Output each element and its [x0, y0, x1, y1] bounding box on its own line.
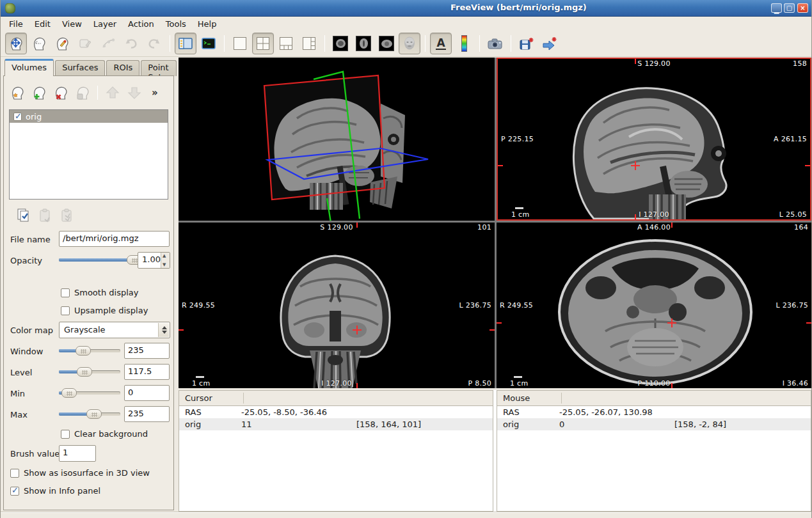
- show-annotation-button[interactable]: A: [430, 33, 452, 54]
- roi-edit-button[interactable]: [74, 33, 96, 54]
- table-row[interactable]: RAS -25.05, -8.50, -36.46: [179, 406, 493, 418]
- view-3d-button[interactable]: [399, 33, 420, 54]
- window-slider[interactable]: [59, 346, 120, 356]
- tab-volumes[interactable]: Volumes: [4, 59, 54, 76]
- opacity-slider[interactable]: [59, 255, 134, 265]
- menu-action[interactable]: Action: [122, 18, 160, 30]
- menu-tools[interactable]: Tools: [160, 18, 192, 30]
- volume-list-item-orig[interactable]: orig: [10, 110, 168, 123]
- cursor-tick: [805, 165, 810, 166]
- undo-button[interactable]: [120, 33, 142, 54]
- file-name-input[interactable]: /bert/mri/orig.mgz: [59, 231, 170, 247]
- table-row[interactable]: RAS -25.05, -26.07, 130.98: [497, 406, 811, 418]
- brush-value-input[interactable]: 1: [59, 445, 96, 462]
- table-row[interactable]: orig 11 [158, 164, 101]: [179, 418, 493, 430]
- layout-1x1-button[interactable]: [229, 33, 251, 54]
- spin-arrows[interactable]: ▲▼: [161, 253, 170, 268]
- slider-handle[interactable]: [61, 388, 77, 398]
- layout-1and3-horizontal-button[interactable]: [298, 33, 320, 54]
- header-divider[interactable]: [561, 393, 562, 404]
- cursor-crosshair[interactable]: [630, 161, 641, 171]
- view-coronal-panel[interactable]: S 129.00 101 R 249.55 L 236.75 1 cm I 12…: [179, 223, 495, 388]
- volume-list[interactable]: orig: [9, 109, 168, 200]
- spin-up-icon[interactable]: ▲: [163, 253, 166, 258]
- move-layer-up-button[interactable]: [102, 82, 123, 104]
- show-colorbar-button[interactable]: [453, 33, 475, 54]
- slider-handle[interactable]: [77, 367, 92, 377]
- spin-down-icon[interactable]: ▼: [163, 262, 166, 267]
- toolbar-overflow-button[interactable]: »: [152, 87, 158, 98]
- save-point-set-button[interactable]: [516, 33, 537, 54]
- redo-button[interactable]: [143, 33, 165, 54]
- new-volume-button[interactable]: [28, 82, 50, 104]
- move-layer-down-button[interactable]: [123, 82, 145, 104]
- view-sagittal-button[interactable]: [330, 33, 351, 54]
- roi-edit-icon: [77, 35, 93, 52]
- cursor-tick: [497, 322, 502, 324]
- menu-edit[interactable]: Edit: [29, 18, 56, 30]
- header-divider[interactable]: [243, 393, 244, 404]
- upsample-display-checkbox[interactable]: [61, 306, 70, 315]
- cursor-crosshair[interactable]: [667, 318, 677, 328]
- level-input[interactable]: 117.5: [124, 364, 170, 380]
- view-axial-panel[interactable]: A 146.00 164 R 249.55 L 236.75 1 cm P 11…: [497, 223, 811, 388]
- volume-visibility-checkbox[interactable]: [13, 113, 22, 121]
- recon-edit-button[interactable]: [51, 33, 73, 54]
- paste-settings-button[interactable]: [35, 206, 56, 225]
- paste-settings-icon: [37, 207, 54, 224]
- menu-view[interactable]: View: [56, 18, 88, 30]
- clear-background-checkbox[interactable]: [61, 430, 70, 439]
- command-console-button[interactable]: [198, 33, 219, 54]
- voxel-edit-button[interactable]: [28, 33, 50, 54]
- menu-help[interactable]: Help: [192, 18, 223, 30]
- layout-2x2-button[interactable]: [252, 33, 274, 54]
- show-isosurface-checkbox[interactable]: [10, 469, 19, 478]
- tab-point-sets[interactable]: Point Sets: [141, 60, 177, 76]
- slider-handle[interactable]: [76, 346, 91, 356]
- paste-settings-all-button[interactable]: [56, 206, 78, 225]
- menu-layer[interactable]: Layer: [88, 18, 122, 30]
- maximize-button[interactable]: ▢: [784, 3, 795, 13]
- cursor-info-table[interactable]: Cursor RAS -25.05, -8.50, -36.46 orig 11…: [179, 390, 493, 512]
- screenshot-button[interactable]: [484, 33, 506, 54]
- view-sagittal-panel[interactable]: S 129.00 158 P 225.15 A 261.15 1 cm I 12…: [497, 58, 811, 221]
- combo-arrows-icon[interactable]: [158, 323, 169, 337]
- save-volume-button[interactable]: [72, 82, 93, 104]
- smooth-display-checkbox[interactable]: [61, 288, 70, 297]
- opacity-spinbox[interactable]: 1.00 ▲▼: [138, 252, 170, 269]
- title-bar[interactable]: FreeView (bert/mri/orig.mgz) ▁ ▢ ×: [1, 0, 811, 17]
- point-set-edit-button[interactable]: [97, 33, 119, 54]
- menu-file[interactable]: File: [3, 18, 29, 30]
- color-map-combobox[interactable]: Grayscale: [59, 322, 170, 338]
- show-info-panel-label: Show in Info panel: [24, 486, 100, 496]
- minimize-button[interactable]: ▁: [771, 3, 782, 13]
- goto-point-button[interactable]: [539, 33, 561, 54]
- show-info-panel-checkbox[interactable]: [10, 487, 19, 496]
- table-row[interactable]: orig 0 [158, -2, 84]: [497, 418, 811, 430]
- terminal-icon: [200, 35, 217, 52]
- min-slider[interactable]: [59, 388, 120, 398]
- view-axial-button[interactable]: [376, 33, 397, 54]
- close-volume-button[interactable]: [50, 82, 72, 104]
- min-input[interactable]: 0: [124, 385, 170, 401]
- load-volume-button[interactable]: [6, 82, 28, 104]
- copy-settings-button[interactable]: [13, 206, 35, 225]
- tab-rois[interactable]: ROIs: [106, 60, 139, 76]
- smooth-display-row: Smooth display: [61, 288, 138, 297]
- mouse-info-table[interactable]: Mouse RAS -25.05, -26.07, 130.98 orig 0 …: [497, 390, 811, 512]
- navigate-button[interactable]: [5, 33, 27, 54]
- cursor-crosshair[interactable]: [352, 325, 362, 335]
- layout-1and3-button[interactable]: [275, 33, 297, 54]
- level-slider[interactable]: [59, 367, 120, 377]
- show-control-panel-button[interactable]: [175, 33, 196, 54]
- close-button[interactable]: ×: [797, 3, 808, 13]
- view-coronal-button[interactable]: [353, 33, 374, 54]
- undo-icon: [123, 35, 139, 52]
- tab-surfaces[interactable]: Surfaces: [55, 60, 105, 76]
- view-3d-panel[interactable]: [179, 58, 495, 221]
- cursor-tick: [498, 165, 503, 166]
- max-input[interactable]: 235: [124, 406, 170, 422]
- window-input[interactable]: 235: [124, 343, 170, 359]
- slider-handle[interactable]: [86, 409, 102, 419]
- max-slider[interactable]: [59, 409, 120, 419]
